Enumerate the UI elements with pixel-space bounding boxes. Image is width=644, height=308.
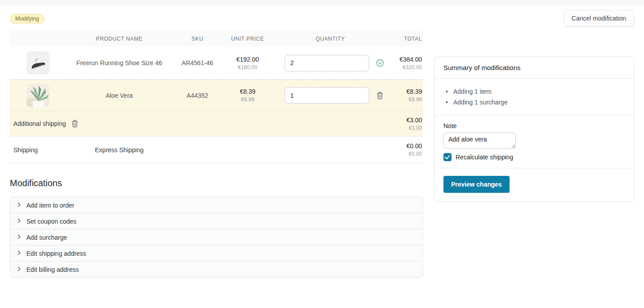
- product-name: Freerun Running Shoe Size 46: [66, 59, 173, 67]
- accordion-edit-billing-address[interactable]: Edit billing address: [10, 261, 423, 278]
- surcharge-label: Additional shipping: [13, 120, 66, 127]
- accordion-label: Add surcharge: [26, 234, 67, 241]
- table-row: Freerun Running Shoe Size 46 AR4561-46 €…: [10, 46, 423, 80]
- chevron-right-icon: [16, 218, 22, 225]
- preview-changes-button[interactable]: Preview changes: [443, 176, 510, 193]
- note-textarea[interactable]: Add aloe vera: [443, 133, 516, 149]
- shipping-total: €0.00: [387, 142, 422, 150]
- chevron-right-icon: [16, 250, 22, 257]
- surcharge-total-secondary: €3.00: [387, 125, 422, 131]
- summary-item: Adding 1 surcharge: [443, 97, 625, 108]
- product-image-shoe: [26, 51, 50, 75]
- chevron-right-icon: [16, 234, 22, 241]
- header-quantity: QUANTITY: [273, 36, 387, 42]
- quantity-input[interactable]: [284, 55, 369, 71]
- accordion-label: Set coupon codes: [26, 218, 76, 225]
- trash-icon[interactable]: [71, 120, 79, 128]
- surcharge-row: Additional shipping €3.00 €3.00: [10, 111, 423, 137]
- product-sku: AR4561-46: [173, 59, 222, 67]
- cancel-modification-button[interactable]: Cancel modification: [564, 10, 634, 27]
- accordion-label: Add item to order: [26, 202, 74, 209]
- modifications-accordion: Add item to order Set coupon codes Add s…: [10, 197, 423, 278]
- summary-item: Adding 1 item: [443, 86, 625, 97]
- accordion-label: Edit shipping address: [26, 250, 86, 257]
- product-sku: A44352: [173, 92, 222, 99]
- chevron-right-icon: [16, 266, 22, 273]
- accordion-set-coupon-codes[interactable]: Set coupon codes: [10, 213, 423, 229]
- summary-card: Summary of modifications Adding 1 item A…: [434, 57, 634, 202]
- quantity-input[interactable]: [284, 87, 369, 104]
- header-sku: SKU: [173, 36, 222, 42]
- unit-price-secondary: €160.00: [222, 64, 273, 71]
- product-name: Aloe Vera: [66, 92, 173, 99]
- table-row-added: Aloe Vera A44352 €8.39 €6.99: [10, 80, 423, 111]
- modifications-title: Modifications: [10, 178, 423, 188]
- unit-price: €192.00: [222, 56, 273, 63]
- recalculate-shipping-label: Recalculate shipping: [456, 154, 513, 161]
- shipping-label: Shipping: [10, 146, 66, 154]
- row-total-secondary: €320.00: [387, 64, 422, 71]
- row-total-secondary: €6.99: [387, 96, 422, 103]
- summary-list: Adding 1 item Adding 1 surcharge: [443, 85, 625, 108]
- shipping-method: Express Shipping: [66, 146, 173, 154]
- surcharge-total: €3.00: [387, 117, 422, 124]
- order-items-section: PRODUCT NAME SKU UNIT PRICE QUANTITY TOT…: [10, 31, 423, 278]
- header-product-name: PRODUCT NAME: [66, 36, 173, 42]
- header-unit-price: UNIT PRICE: [222, 36, 273, 42]
- top-bar: [0, 0, 644, 5]
- note-label: Note: [443, 122, 625, 129]
- table-header: PRODUCT NAME SKU UNIT PRICE QUANTITY TOT…: [10, 31, 423, 46]
- accordion-add-item-to-order[interactable]: Add item to order: [10, 197, 423, 213]
- chevron-right-icon: [16, 202, 22, 209]
- header-total: TOTAL: [387, 36, 423, 42]
- order-modification-page: Modifying Cancel modification PRODUCT NA…: [0, 5, 644, 278]
- accordion-edit-shipping-address[interactable]: Edit shipping address: [10, 245, 423, 262]
- trash-icon[interactable]: [376, 92, 384, 100]
- row-total: €8.39: [387, 88, 422, 95]
- recalculate-shipping-checkbox[interactable]: [443, 153, 452, 161]
- accordion-add-surcharge[interactable]: Add surcharge: [10, 229, 423, 246]
- unit-price-secondary: €6.99: [222, 96, 273, 103]
- status-badge: Modifying: [10, 14, 45, 24]
- row-total: €384.00: [387, 56, 422, 63]
- check-circle-icon: [376, 59, 384, 67]
- product-image-aloe: [26, 84, 50, 107]
- accordion-label: Edit billing address: [26, 266, 79, 273]
- unit-price: €8.39: [222, 88, 273, 95]
- shipping-total-secondary: €0.00: [387, 151, 422, 157]
- shipping-row: Shipping Express Shipping €0.00 €0.00: [10, 137, 423, 163]
- summary-title: Summary of modifications: [443, 64, 625, 71]
